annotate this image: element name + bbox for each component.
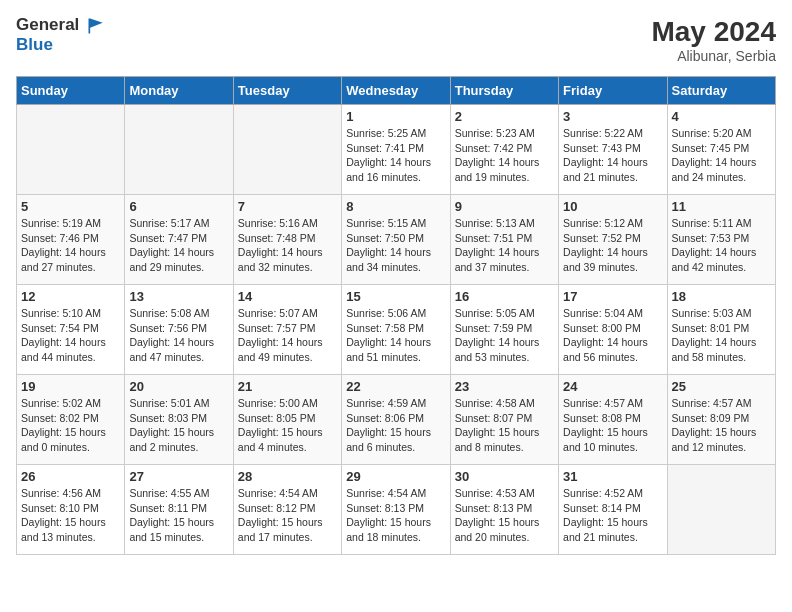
- calendar-cell: [125, 105, 233, 195]
- weekday-saturday: Saturday: [667, 77, 775, 105]
- day-info: Sunrise: 5:17 AMSunset: 7:47 PMDaylight:…: [129, 216, 228, 275]
- weekday-monday: Monday: [125, 77, 233, 105]
- calendar-cell: 22Sunrise: 4:59 AMSunset: 8:06 PMDayligh…: [342, 375, 450, 465]
- calendar-cell: 19Sunrise: 5:02 AMSunset: 8:02 PMDayligh…: [17, 375, 125, 465]
- month-year: May 2024: [651, 16, 776, 48]
- day-number: 15: [346, 289, 445, 304]
- calendar-week-row: 1Sunrise: 5:25 AMSunset: 7:41 PMDaylight…: [17, 105, 776, 195]
- day-number: 9: [455, 199, 554, 214]
- weekday-sunday: Sunday: [17, 77, 125, 105]
- day-info: Sunrise: 4:57 AMSunset: 8:09 PMDaylight:…: [672, 396, 771, 455]
- page-header: General Blue May 2024 Alibunar, Serbia: [16, 16, 776, 64]
- calendar-week-row: 26Sunrise: 4:56 AMSunset: 8:10 PMDayligh…: [17, 465, 776, 555]
- day-number: 21: [238, 379, 337, 394]
- day-number: 12: [21, 289, 120, 304]
- weekday-header-row: SundayMondayTuesdayWednesdayThursdayFrid…: [17, 77, 776, 105]
- calendar-week-row: 19Sunrise: 5:02 AMSunset: 8:02 PMDayligh…: [17, 375, 776, 465]
- day-info: Sunrise: 5:04 AMSunset: 8:00 PMDaylight:…: [563, 306, 662, 365]
- calendar-cell: 28Sunrise: 4:54 AMSunset: 8:12 PMDayligh…: [233, 465, 341, 555]
- calendar-cell: 13Sunrise: 5:08 AMSunset: 7:56 PMDayligh…: [125, 285, 233, 375]
- day-info: Sunrise: 5:07 AMSunset: 7:57 PMDaylight:…: [238, 306, 337, 365]
- day-info: Sunrise: 5:15 AMSunset: 7:50 PMDaylight:…: [346, 216, 445, 275]
- day-number: 1: [346, 109, 445, 124]
- day-info: Sunrise: 5:02 AMSunset: 8:02 PMDaylight:…: [21, 396, 120, 455]
- calendar-cell: 27Sunrise: 4:55 AMSunset: 8:11 PMDayligh…: [125, 465, 233, 555]
- day-info: Sunrise: 4:53 AMSunset: 8:13 PMDaylight:…: [455, 486, 554, 545]
- day-number: 25: [672, 379, 771, 394]
- calendar-cell: 14Sunrise: 5:07 AMSunset: 7:57 PMDayligh…: [233, 285, 341, 375]
- svg-marker-0: [89, 19, 103, 34]
- day-info: Sunrise: 4:56 AMSunset: 8:10 PMDaylight:…: [21, 486, 120, 545]
- day-info: Sunrise: 5:16 AMSunset: 7:48 PMDaylight:…: [238, 216, 337, 275]
- day-info: Sunrise: 5:25 AMSunset: 7:41 PMDaylight:…: [346, 126, 445, 185]
- day-info: Sunrise: 5:01 AMSunset: 8:03 PMDaylight:…: [129, 396, 228, 455]
- day-info: Sunrise: 5:23 AMSunset: 7:42 PMDaylight:…: [455, 126, 554, 185]
- day-info: Sunrise: 4:59 AMSunset: 8:06 PMDaylight:…: [346, 396, 445, 455]
- day-number: 14: [238, 289, 337, 304]
- weekday-thursday: Thursday: [450, 77, 558, 105]
- day-info: Sunrise: 5:03 AMSunset: 8:01 PMDaylight:…: [672, 306, 771, 365]
- calendar-cell: 17Sunrise: 5:04 AMSunset: 8:00 PMDayligh…: [559, 285, 667, 375]
- calendar-cell: 9Sunrise: 5:13 AMSunset: 7:51 PMDaylight…: [450, 195, 558, 285]
- day-info: Sunrise: 4:58 AMSunset: 8:07 PMDaylight:…: [455, 396, 554, 455]
- day-info: Sunrise: 5:12 AMSunset: 7:52 PMDaylight:…: [563, 216, 662, 275]
- day-number: 10: [563, 199, 662, 214]
- calendar-cell: 4Sunrise: 5:20 AMSunset: 7:45 PMDaylight…: [667, 105, 775, 195]
- day-info: Sunrise: 4:54 AMSunset: 8:12 PMDaylight:…: [238, 486, 337, 545]
- day-number: 3: [563, 109, 662, 124]
- weekday-tuesday: Tuesday: [233, 77, 341, 105]
- calendar-cell: 11Sunrise: 5:11 AMSunset: 7:53 PMDayligh…: [667, 195, 775, 285]
- calendar-cell: 24Sunrise: 4:57 AMSunset: 8:08 PMDayligh…: [559, 375, 667, 465]
- calendar-cell: 8Sunrise: 5:15 AMSunset: 7:50 PMDaylight…: [342, 195, 450, 285]
- day-info: Sunrise: 5:10 AMSunset: 7:54 PMDaylight:…: [21, 306, 120, 365]
- weekday-wednesday: Wednesday: [342, 77, 450, 105]
- calendar-cell: 12Sunrise: 5:10 AMSunset: 7:54 PMDayligh…: [17, 285, 125, 375]
- weekday-friday: Friday: [559, 77, 667, 105]
- day-number: 27: [129, 469, 228, 484]
- calendar-cell: 21Sunrise: 5:00 AMSunset: 8:05 PMDayligh…: [233, 375, 341, 465]
- calendar-cell: 1Sunrise: 5:25 AMSunset: 7:41 PMDaylight…: [342, 105, 450, 195]
- calendar-cell: 16Sunrise: 5:05 AMSunset: 7:59 PMDayligh…: [450, 285, 558, 375]
- calendar-cell: 29Sunrise: 4:54 AMSunset: 8:13 PMDayligh…: [342, 465, 450, 555]
- day-number: 26: [21, 469, 120, 484]
- day-number: 22: [346, 379, 445, 394]
- calendar-cell: 30Sunrise: 4:53 AMSunset: 8:13 PMDayligh…: [450, 465, 558, 555]
- calendar-cell: 6Sunrise: 5:17 AMSunset: 7:47 PMDaylight…: [125, 195, 233, 285]
- day-number: 28: [238, 469, 337, 484]
- day-number: 20: [129, 379, 228, 394]
- day-number: 23: [455, 379, 554, 394]
- day-info: Sunrise: 4:57 AMSunset: 8:08 PMDaylight:…: [563, 396, 662, 455]
- calendar-cell: 3Sunrise: 5:22 AMSunset: 7:43 PMDaylight…: [559, 105, 667, 195]
- logo-flag-icon: [86, 16, 106, 36]
- day-info: Sunrise: 5:19 AMSunset: 7:46 PMDaylight:…: [21, 216, 120, 275]
- day-number: 24: [563, 379, 662, 394]
- day-number: 8: [346, 199, 445, 214]
- day-info: Sunrise: 5:13 AMSunset: 7:51 PMDaylight:…: [455, 216, 554, 275]
- calendar-cell: 25Sunrise: 4:57 AMSunset: 8:09 PMDayligh…: [667, 375, 775, 465]
- calendar-cell: [17, 105, 125, 195]
- logo-general: General: [16, 16, 106, 36]
- calendar-cell: 7Sunrise: 5:16 AMSunset: 7:48 PMDaylight…: [233, 195, 341, 285]
- day-number: 16: [455, 289, 554, 304]
- calendar-week-row: 5Sunrise: 5:19 AMSunset: 7:46 PMDaylight…: [17, 195, 776, 285]
- calendar-cell: 5Sunrise: 5:19 AMSunset: 7:46 PMDaylight…: [17, 195, 125, 285]
- calendar-cell: 23Sunrise: 4:58 AMSunset: 8:07 PMDayligh…: [450, 375, 558, 465]
- calendar-cell: 18Sunrise: 5:03 AMSunset: 8:01 PMDayligh…: [667, 285, 775, 375]
- title-block: May 2024 Alibunar, Serbia: [651, 16, 776, 64]
- day-number: 30: [455, 469, 554, 484]
- day-info: Sunrise: 4:52 AMSunset: 8:14 PMDaylight:…: [563, 486, 662, 545]
- day-number: 18: [672, 289, 771, 304]
- day-info: Sunrise: 5:05 AMSunset: 7:59 PMDaylight:…: [455, 306, 554, 365]
- day-info: Sunrise: 5:00 AMSunset: 8:05 PMDaylight:…: [238, 396, 337, 455]
- day-number: 29: [346, 469, 445, 484]
- calendar-cell: 2Sunrise: 5:23 AMSunset: 7:42 PMDaylight…: [450, 105, 558, 195]
- logo-blue: Blue: [16, 36, 106, 55]
- calendar-cell: [667, 465, 775, 555]
- day-number: 2: [455, 109, 554, 124]
- day-info: Sunrise: 4:55 AMSunset: 8:11 PMDaylight:…: [129, 486, 228, 545]
- day-number: 7: [238, 199, 337, 214]
- logo: General Blue: [16, 16, 106, 55]
- day-info: Sunrise: 5:22 AMSunset: 7:43 PMDaylight:…: [563, 126, 662, 185]
- day-number: 6: [129, 199, 228, 214]
- day-info: Sunrise: 5:20 AMSunset: 7:45 PMDaylight:…: [672, 126, 771, 185]
